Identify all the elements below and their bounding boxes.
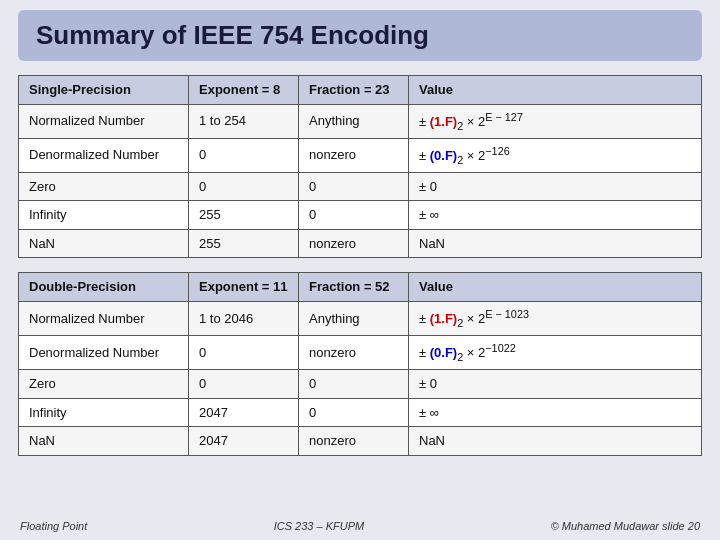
- table-row: Denormalized Number 0 nonzero ± (0.F)2 ×…: [19, 138, 702, 172]
- cell: Zero: [19, 172, 189, 201]
- cell: 2047: [189, 398, 299, 427]
- cell: nonzero: [299, 138, 409, 172]
- sp-header-col2: Exponent = 8: [189, 76, 299, 105]
- cell: Normalized Number: [19, 104, 189, 138]
- table-row: NaN 2047 nonzero NaN: [19, 427, 702, 456]
- cell: ± (0.F)2 × 2−126: [409, 138, 702, 172]
- cell: ± 0: [409, 370, 702, 399]
- page-title: Summary of IEEE 754 Encoding: [36, 20, 429, 50]
- cell: NaN: [409, 229, 702, 258]
- cell: Infinity: [19, 201, 189, 230]
- dp-header-col1: Double-Precision: [19, 273, 189, 302]
- cell: ± (1.F)2 × 2E − 127: [409, 104, 702, 138]
- tables-area: Single-Precision Exponent = 8 Fraction =…: [18, 75, 702, 512]
- cell: Denormalized Number: [19, 138, 189, 172]
- footer: Floating Point ICS 233 – KFUPM © Muhamed…: [18, 520, 702, 532]
- sp-header-col3: Fraction = 23: [299, 76, 409, 105]
- cell: Normalized Number: [19, 301, 189, 335]
- cell: 0: [189, 138, 299, 172]
- cell: 2047: [189, 427, 299, 456]
- cell: ± 0: [409, 172, 702, 201]
- table-row: Zero 0 0 ± 0: [19, 172, 702, 201]
- table-header-row: Double-Precision Exponent = 11 Fraction …: [19, 273, 702, 302]
- cell: Anything: [299, 104, 409, 138]
- title-box: Summary of IEEE 754 Encoding: [18, 10, 702, 61]
- dp-header-col4: Value: [409, 273, 702, 302]
- cell: Denormalized Number: [19, 335, 189, 369]
- cell: NaN: [19, 229, 189, 258]
- cell: 255: [189, 229, 299, 258]
- footer-right: © Muhamed Mudawar slide 20: [551, 520, 700, 532]
- table-row: Denormalized Number 0 nonzero ± (0.F)2 ×…: [19, 335, 702, 369]
- cell: Anything: [299, 301, 409, 335]
- dp-header-col2: Exponent = 11: [189, 273, 299, 302]
- cell: 0: [189, 335, 299, 369]
- cell: 0: [299, 398, 409, 427]
- cell: nonzero: [299, 427, 409, 456]
- dp-header-col3: Fraction = 52: [299, 273, 409, 302]
- cell: ± (1.F)2 × 2E − 1023: [409, 301, 702, 335]
- cell: ± ∞: [409, 201, 702, 230]
- footer-center: ICS 233 – KFUPM: [274, 520, 364, 532]
- cell: 1 to 2046: [189, 301, 299, 335]
- table-row: Zero 0 0 ± 0: [19, 370, 702, 399]
- sp-header-col1: Single-Precision: [19, 76, 189, 105]
- cell: NaN: [19, 427, 189, 456]
- cell: ± (0.F)2 × 2−1022: [409, 335, 702, 369]
- cell: 0: [189, 370, 299, 399]
- cell: 0: [299, 172, 409, 201]
- table-row: NaN 255 nonzero NaN: [19, 229, 702, 258]
- double-precision-table: Double-Precision Exponent = 11 Fraction …: [18, 272, 702, 455]
- cell: NaN: [409, 427, 702, 456]
- cell: 0: [189, 172, 299, 201]
- table-header-row: Single-Precision Exponent = 8 Fraction =…: [19, 76, 702, 105]
- table-row: Infinity 2047 0 ± ∞: [19, 398, 702, 427]
- cell: 255: [189, 201, 299, 230]
- single-precision-table: Single-Precision Exponent = 8 Fraction =…: [18, 75, 702, 258]
- footer-left: Floating Point: [20, 520, 87, 532]
- table-row: Infinity 255 0 ± ∞: [19, 201, 702, 230]
- cell: nonzero: [299, 229, 409, 258]
- sp-header-col4: Value: [409, 76, 702, 105]
- cell: Infinity: [19, 398, 189, 427]
- cell: 0: [299, 370, 409, 399]
- page: Summary of IEEE 754 Encoding Single-Prec…: [0, 0, 720, 540]
- cell: 0: [299, 201, 409, 230]
- cell: 1 to 254: [189, 104, 299, 138]
- cell: nonzero: [299, 335, 409, 369]
- cell: ± ∞: [409, 398, 702, 427]
- table-row: Normalized Number 1 to 254 Anything ± (1…: [19, 104, 702, 138]
- table-row: Normalized Number 1 to 2046 Anything ± (…: [19, 301, 702, 335]
- cell: Zero: [19, 370, 189, 399]
